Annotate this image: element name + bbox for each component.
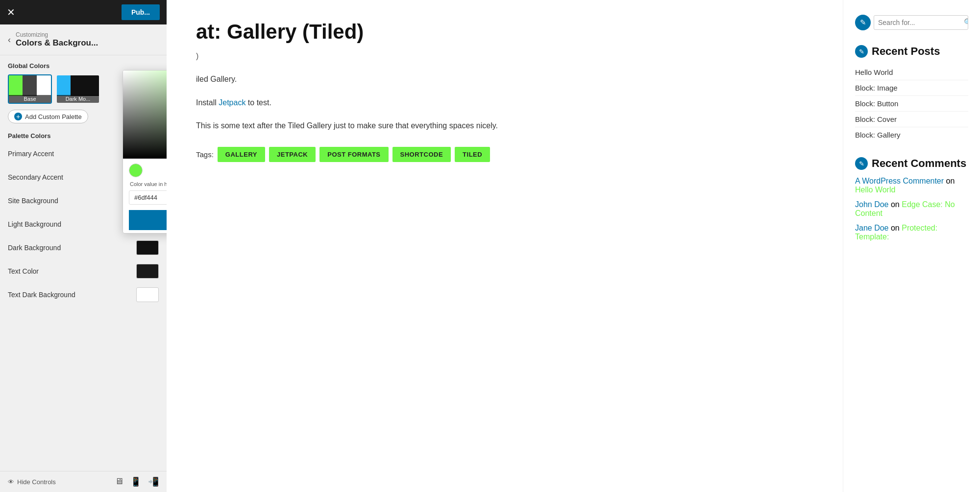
eye-icon: 👁 [8, 478, 14, 486]
header-text: Customizing Colors & Backgrou... [16, 31, 98, 48]
hex-row: ⧉ ▾ [129, 190, 167, 205]
search-edit-icon: ✎ [855, 15, 871, 30]
list-item[interactable]: Block: Image [855, 80, 968, 96]
color-picker-controls: Color value in hexadecimal ⧉ ▾ Clear [123, 159, 167, 233]
swatch-dark-label: Dark Mo... [57, 95, 99, 103]
list-item[interactable]: Block: Button [855, 96, 968, 112]
back-arrow-icon[interactable]: ‹ [8, 35, 11, 45]
hex-input[interactable] [129, 190, 167, 205]
tag-tiled[interactable]: TILED [455, 147, 490, 162]
desktop-icon[interactable]: 🖥 [115, 476, 123, 487]
site-bg-label: Site Background [8, 197, 58, 205]
search-row: ✎ 🔍 [855, 15, 968, 30]
comment-post-link-1[interactable]: Hello World [855, 186, 895, 194]
search-input[interactable] [878, 16, 964, 29]
tag-post-formats[interactable]: POST FORMATS [319, 147, 388, 162]
recent-posts-title: Recent Posts [872, 45, 940, 58]
panel-footer: 👁 Hide Controls 🖥 📱 📲 [0, 471, 167, 492]
hide-controls-label: Hide Controls [17, 478, 56, 486]
color-gradient-area[interactable] [123, 70, 167, 159]
hex-label: Color value in hexadecimal [129, 181, 167, 187]
comment-on-3: on [891, 224, 902, 232]
recent-posts-widget-title: ✎ Recent Posts [855, 45, 968, 58]
add-palette-label: Add Custom Palette [25, 113, 82, 120]
comment-item-1: A WordPress Commenter on Hello World [855, 177, 968, 194]
commenter-link-3[interactable]: Jane Doe [855, 224, 889, 232]
color-row-text: Text Color [8, 264, 159, 279]
plus-icon: + [14, 113, 22, 120]
comment-item-3: Jane Doe on Protected: Template: [855, 224, 968, 241]
post-body-3: This is some text after the Tiled Galler… [196, 119, 813, 132]
sidebar: ✎ 🔍 ✎ Recent Posts Hello World Block: Im… [843, 0, 980, 492]
recent-posts-list: Hello World Block: Image Block: Button B… [855, 65, 968, 142]
swatch-base-label: Base [9, 95, 51, 103]
tags-row: Tags: GALLERY JETPACK POST FORMATS SHORT… [196, 147, 813, 162]
mobile-icon[interactable]: 📲 [148, 476, 159, 487]
commenter-link-1[interactable]: A WordPress Commenter [855, 177, 944, 185]
comment-on-1: on [946, 177, 955, 185]
palette-swatch-dark[interactable]: Dark Mo... [56, 74, 100, 104]
tag-gallery[interactable]: GALLERY [218, 147, 265, 162]
dark-bg-swatch[interactable] [136, 240, 159, 255]
publish-button[interactable]: Pub... [122, 4, 160, 20]
primary-accent-label: Primary Accent [8, 150, 54, 158]
list-item[interactable]: Block: Cover [855, 112, 968, 127]
comment-item-2: John Doe on Edge Case: No Content [855, 200, 968, 218]
search-magnifier-icon: 🔍 [964, 18, 968, 27]
recent-posts-edit-icon: ✎ [855, 45, 868, 58]
commenter-link-2[interactable]: John Doe [855, 200, 889, 209]
close-button[interactable]: ✕ [7, 7, 15, 17]
clear-button[interactable]: Clear [129, 210, 167, 230]
jetpack-link[interactable]: Jetpack [219, 98, 245, 107]
swatch-base-colors [9, 75, 51, 96]
text-color-label: Text Color [8, 267, 39, 275]
customizer-header: ‹ Customizing Colors & Backgrou... [0, 24, 167, 55]
section-title: Colors & Backgrou... [16, 38, 98, 48]
swatch-dark-colors [57, 75, 99, 96]
global-colors-title: Global Colors [8, 62, 159, 70]
search-input-wrapper: 🔍 [874, 15, 968, 30]
secondary-accent-label: Secondary Accent [8, 173, 63, 181]
recent-comments-edit-icon: ✎ [855, 157, 868, 170]
tags-label: Tags: [196, 150, 214, 159]
tag-shortcode[interactable]: SHORTCODE [392, 147, 451, 162]
comment-on-2: on [891, 200, 902, 209]
add-palette-button[interactable]: + Add Custom Palette [8, 110, 88, 123]
list-item[interactable]: Block: Gallery [855, 127, 968, 142]
install-text: Install [196, 98, 219, 107]
palette-swatch-base[interactable]: Base [8, 74, 52, 104]
content-area: at: Gallery (Tiled) ) iled Gallery. Inst… [167, 0, 843, 492]
post-body-1: iled Gallery. [196, 72, 813, 86]
color-picker-popup: Color value in hexadecimal ⧉ ▾ Clear [122, 70, 167, 234]
top-bar: ✕ Pub... [0, 0, 167, 24]
post-title: at: Gallery (Tiled) [196, 20, 813, 44]
tag-jetpack[interactable]: JETPACK [269, 147, 316, 162]
post-subtitle: ) [196, 52, 813, 61]
text-dark-bg-label: Text Dark Background [8, 291, 75, 299]
light-bg-label: Light Background [8, 220, 61, 228]
footer-icons: 🖥 📱 📲 [115, 476, 159, 487]
to-test-text: to test. [248, 98, 271, 107]
hue-saturation-row [129, 164, 167, 177]
current-color-dot [129, 164, 143, 177]
recent-comments-widget-title: ✎ Recent Comments [855, 157, 968, 170]
main-content: at: Gallery (Tiled) ) iled Gallery. Inst… [167, 0, 980, 492]
text-dark-bg-swatch[interactable] [136, 287, 159, 302]
hide-controls[interactable]: 👁 Hide Controls [8, 478, 56, 486]
list-item[interactable]: Hello World [855, 65, 968, 80]
dark-bg-label: Dark Background [8, 244, 61, 252]
customizing-label: Customizing [16, 31, 98, 38]
color-row-text-dark: Text Dark Background [8, 287, 159, 302]
tablet-icon[interactable]: 📱 [130, 476, 141, 487]
panel-body: Global Colors Base Dark Mo... + Add Cust… [0, 55, 167, 471]
text-color-swatch[interactable] [136, 264, 159, 279]
recent-comments-title: Recent Comments [872, 157, 966, 170]
customizer-panel: ✕ Pub... ‹ Customizing Colors & Backgrou… [0, 0, 167, 492]
color-row-dark-bg: Dark Background [8, 240, 159, 255]
post-body-2: Install Jetpack to test. [196, 96, 813, 109]
